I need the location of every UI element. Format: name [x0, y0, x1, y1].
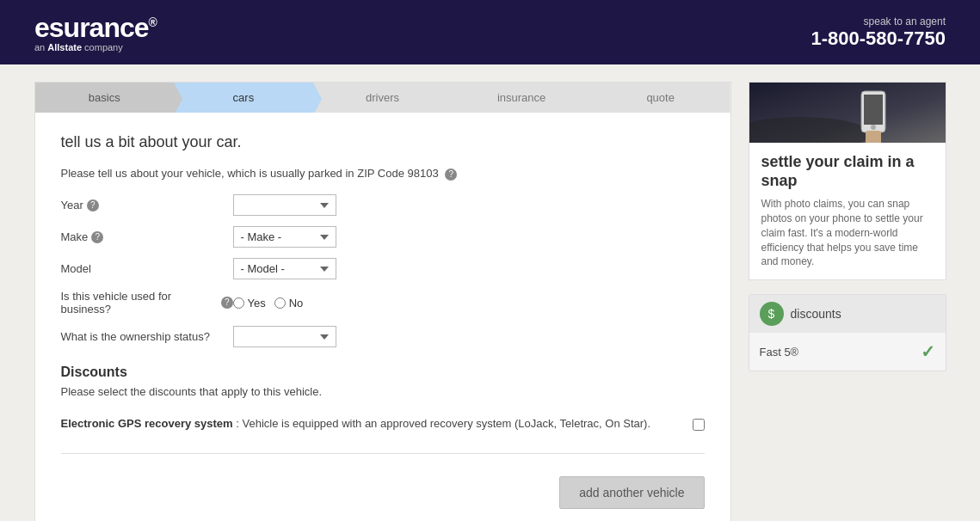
svg-rect-5 [866, 131, 881, 143]
site-header: esurance® an Allstate company speak to a… [0, 0, 980, 64]
make-input: - Make - [233, 226, 336, 248]
year-row: Year ? 2024 2023 2022 2021 2020 [61, 194, 705, 216]
checkmark-icon: ✓ [921, 341, 935, 362]
fast5-label: Fast 5® [760, 346, 799, 359]
model-label: Model [61, 262, 233, 275]
make-help-icon[interactable]: ? [91, 231, 103, 243]
discounts-card-title: discounts [791, 307, 841, 321]
discounts-dollar-icon: $ [760, 302, 784, 326]
ad-body: With photo claims, you can snap photos o… [761, 197, 934, 269]
ad-heading: settle your claim in a snap [761, 153, 934, 190]
form-title: tell us a bit about your car. [61, 133, 705, 151]
allstate-brand: Allstate [47, 42, 82, 52]
form-subtitle: Please tell us about your vehicle, which… [61, 167, 705, 181]
ad-image-svg [749, 83, 946, 143]
business-row: Is this vehicle used for business? ? Yes… [61, 290, 705, 316]
model-select[interactable]: - Model - [233, 258, 336, 279]
form-area: tell us a bit about your car. Please tel… [35, 113, 730, 521]
business-yes-radio[interactable] [233, 297, 244, 309]
ad-content: settle your claim in a snap With photo c… [749, 143, 946, 279]
gps-checkbox[interactable] [693, 419, 705, 431]
step-drivers[interactable]: drivers [313, 83, 453, 113]
logo: esurance® [34, 12, 157, 44]
model-input: - Model - [233, 258, 336, 279]
step-basics[interactable]: basics [35, 83, 175, 113]
logo-sub: an Allstate company [34, 42, 123, 52]
subtitle-help-icon[interactable]: ? [445, 169, 457, 181]
speak-label: speak to an agent [811, 15, 946, 28]
gps-label: Electronic GPS recovery system [61, 417, 233, 430]
ownership-label: What is the ownership status? [61, 330, 233, 343]
logo-reg: ® [149, 15, 157, 29]
divider [61, 453, 705, 454]
model-row: Model - Model - [61, 258, 705, 279]
ownership-input: Owned Financed Leased [233, 326, 336, 347]
business-label: Is this vehicle used for business? ? [61, 290, 233, 316]
discounts-title: Discounts [61, 365, 705, 380]
year-select[interactable]: 2024 2023 2022 2021 2020 [233, 194, 336, 216]
business-yes-label[interactable]: Yes [233, 297, 266, 310]
year-input: 2024 2023 2022 2021 2020 [233, 194, 336, 216]
ownership-select[interactable]: Owned Financed Leased [233, 326, 336, 347]
business-help-icon[interactable]: ? [221, 297, 232, 309]
year-help-icon[interactable]: ? [87, 199, 99, 211]
make-row: Make ? - Make - [61, 226, 705, 248]
business-no-radio[interactable] [274, 297, 286, 309]
phone-number: 1-800-580-7750 [811, 28, 946, 50]
progress-bar: basics cars drivers insurance quote [35, 83, 730, 113]
svg-point-4 [871, 125, 876, 130]
discounts-subtitle: Please select the discounts that apply t… [61, 385, 705, 398]
step-quote[interactable]: quote [591, 83, 730, 113]
step-cars[interactable]: cars [174, 83, 313, 113]
add-vehicle-button[interactable]: add another vehicle [559, 476, 704, 509]
gps-discount-text: Electronic GPS recovery system : Vehicle… [61, 417, 684, 430]
contact-area: speak to an agent 1-800-580-7750 [811, 15, 946, 50]
gps-desc: : Vehicle is equipped with an approved r… [236, 417, 650, 430]
discounts-section: Discounts Please select the discounts th… [61, 365, 705, 439]
business-no-label[interactable]: No [274, 297, 304, 310]
left-panel: basics cars drivers insurance quote tell… [34, 82, 731, 521]
ad-image-inner [749, 83, 946, 143]
step-insurance[interactable]: insurance [452, 83, 591, 113]
ad-card: settle your claim in a snap With photo c… [749, 82, 946, 280]
discounts-card-header: $ discounts [749, 295, 946, 333]
make-label: Make ? [61, 230, 233, 243]
main-content: basics cars drivers insurance quote tell… [17, 64, 964, 521]
year-label: Year ? [61, 199, 233, 211]
logo-area: esurance® an Allstate company [34, 12, 157, 52]
ad-image [749, 83, 946, 143]
discounts-card-body: Fast 5® ✓ [749, 333, 946, 371]
business-input: Yes No [233, 297, 304, 310]
svg-rect-3 [864, 95, 883, 125]
gps-discount-item: Electronic GPS recovery system : Vehicle… [61, 408, 705, 439]
right-panel: settle your claim in a snap With photo c… [749, 82, 946, 521]
discounts-card: $ discounts Fast 5® ✓ [749, 294, 946, 371]
make-select[interactable]: - Make - [233, 226, 336, 248]
ownership-row: What is the ownership status? Owned Fina… [61, 326, 705, 347]
button-row: add another vehicle [61, 468, 705, 521]
